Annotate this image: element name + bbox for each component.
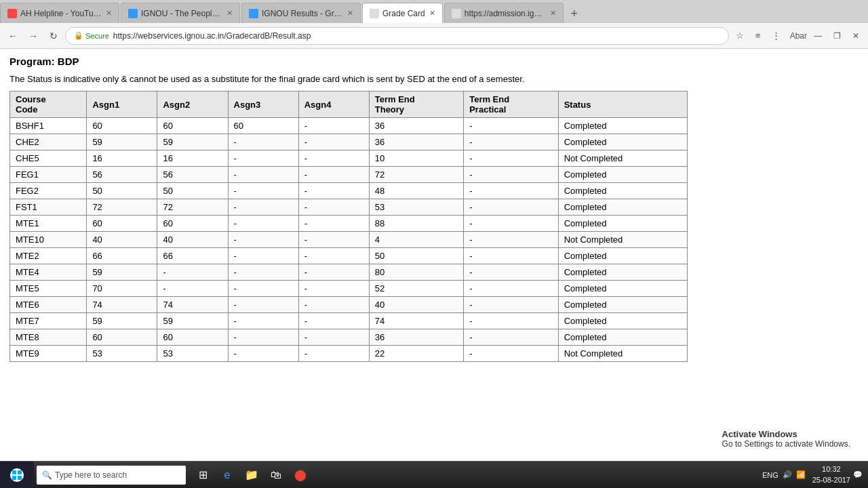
table-cell: 70 — [87, 281, 157, 297]
table-cell: MTE10 — [10, 232, 87, 248]
table-cell: 53 — [369, 199, 463, 216]
table-cell: 59 — [87, 313, 157, 329]
table-cell: 60 — [157, 118, 228, 134]
table-cell: - — [298, 232, 369, 248]
table-cell: 60 — [87, 329, 157, 346]
table-row: CHE51616--10-Not Completed — [10, 150, 688, 167]
table-cell: Completed — [558, 118, 687, 134]
table-header: Asgn4 — [298, 92, 369, 118]
table-cell: 72 — [369, 167, 463, 183]
table-cell: FEG2 — [10, 183, 87, 199]
tab-close-button[interactable]: ✕ — [429, 9, 435, 18]
table-cell: - — [228, 183, 298, 199]
table-cell: - — [228, 346, 298, 362]
table-cell: - — [464, 167, 558, 183]
menu-button[interactable]: ⋮ — [768, 28, 785, 44]
table-cell: - — [464, 297, 558, 313]
table-row: BSHF1606060-36-Completed — [10, 118, 688, 134]
table-cell: 16 — [157, 150, 228, 167]
tab-close-button[interactable]: ✕ — [106, 9, 112, 18]
table-cell: - — [228, 248, 298, 264]
table-cell: Completed — [558, 264, 687, 281]
table-cell: Completed — [558, 281, 687, 297]
table-cell: - — [228, 232, 298, 248]
table-cell: 50 — [369, 248, 463, 264]
table-cell: - — [228, 150, 298, 167]
browser-tab-tab4[interactable]: Grade Card✕ — [362, 3, 443, 23]
table-cell: - — [464, 150, 558, 167]
table-cell: Completed — [558, 329, 687, 346]
table-cell: - — [228, 281, 298, 297]
minimize-button[interactable]: — — [810, 28, 826, 44]
table-row: FST17272--53-Completed — [10, 199, 688, 216]
table-header: Asgn2 — [157, 92, 228, 118]
table-cell: 72 — [157, 199, 228, 216]
table-cell: 59 — [87, 134, 157, 150]
browser-tab-tab1[interactable]: AH Helpline - YouTube✕ — [0, 3, 119, 23]
table-cell: 74 — [87, 297, 157, 313]
table-header: Status — [558, 92, 687, 118]
browser-tab-tab2[interactable]: IGNOU - The People's U...✕ — [121, 3, 240, 23]
table-cell: 36 — [369, 118, 463, 134]
tab-close-button[interactable]: ✕ — [226, 9, 233, 18]
table-cell: - — [228, 264, 298, 281]
table-cell: 53 — [157, 346, 228, 362]
table-cell: 36 — [369, 329, 463, 346]
restore-button[interactable]: ❐ — [829, 28, 845, 44]
table-cell: - — [298, 199, 369, 216]
table-cell: 59 — [157, 313, 228, 329]
table-row: MTE570---52-Completed — [10, 281, 688, 297]
table-cell: MTE2 — [10, 248, 87, 264]
table-cell: Completed — [558, 297, 687, 313]
table-cell: 56 — [87, 167, 157, 183]
url-bar[interactable]: 🔒 Secure https://webservices.ignou.ac.in… — [65, 27, 729, 45]
table-cell: 88 — [369, 216, 463, 232]
browser-tab-tab3[interactable]: IGNOU Results - Grade ...✕ — [241, 3, 361, 23]
tab-favicon — [128, 9, 138, 18]
table-cell: 60 — [157, 216, 228, 232]
table-cell: CHE2 — [10, 134, 87, 150]
tab-favicon — [452, 9, 461, 18]
table-row: FEG15656--72-Completed — [10, 167, 688, 183]
table-cell: - — [464, 183, 558, 199]
forward-button[interactable]: → — [24, 27, 42, 45]
tab-close-button[interactable]: ✕ — [550, 9, 556, 18]
table-header: Term EndTheory — [369, 92, 463, 118]
table-cell: 40 — [87, 232, 157, 248]
refresh-button[interactable]: ↻ — [45, 27, 62, 45]
table-cell: - — [464, 216, 558, 232]
table-cell: - — [228, 134, 298, 150]
tab-close-button[interactable]: ✕ — [347, 9, 353, 18]
table-cell: - — [298, 150, 369, 167]
address-bar: ← → ↻ 🔒 Secure https://webservices.ignou… — [0, 23, 868, 49]
back-button[interactable]: ← — [4, 27, 22, 45]
extension-icon: Abar — [790, 31, 807, 41]
url-text: https://webservices.ignou.ac.in/Gradecar… — [113, 31, 311, 41]
close-button[interactable]: ✕ — [848, 28, 864, 44]
table-cell: Completed — [558, 216, 687, 232]
tab-label: Grade Card — [382, 9, 425, 18]
table-cell: MTE1 — [10, 216, 87, 232]
table-cell: MTE7 — [10, 313, 87, 329]
secure-badge: 🔒 Secure — [74, 31, 109, 40]
table-row: MTE67474--40-Completed — [10, 297, 688, 313]
table-cell: MTE6 — [10, 297, 87, 313]
table-cell: Not Completed — [558, 150, 687, 167]
table-row: CHE25959--36-Completed — [10, 134, 688, 150]
reader-button[interactable]: ≡ — [750, 28, 766, 44]
table-cell: - — [228, 297, 298, 313]
table-cell: - — [298, 216, 369, 232]
page-content: Program: BDP The Status is indicative on… — [0, 49, 868, 461]
table-header: Asgn1 — [87, 92, 157, 118]
table-cell: - — [298, 248, 369, 264]
star-button[interactable]: ☆ — [732, 28, 748, 44]
table-cell: 74 — [157, 297, 228, 313]
table-cell: - — [157, 281, 228, 297]
browser-tab-tab5[interactable]: https://admission.ignou...✕ — [444, 3, 564, 23]
table-cell: MTE4 — [10, 264, 87, 281]
table-cell: Completed — [558, 134, 687, 150]
table-cell: 59 — [87, 264, 157, 281]
table-cell: - — [464, 232, 558, 248]
table-cell: Not Completed — [558, 346, 687, 362]
new-tab-button[interactable]: + — [565, 4, 584, 23]
